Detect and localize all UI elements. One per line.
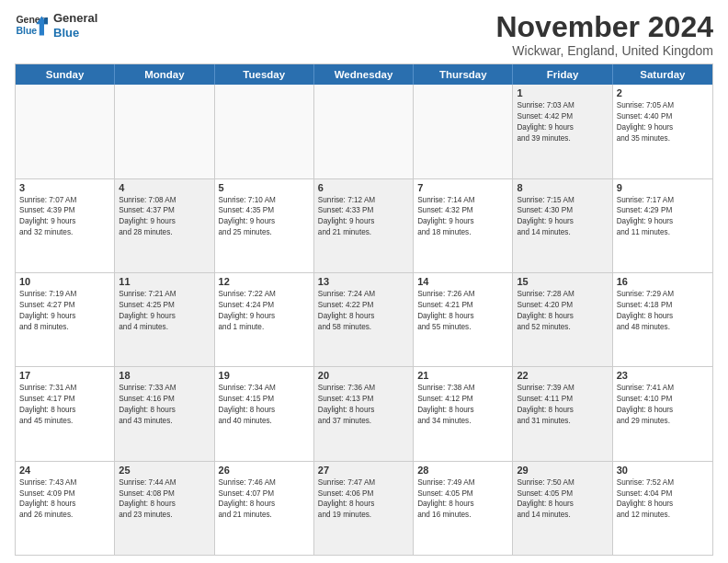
day-number: 11: [119, 276, 210, 287]
calendar-cell: 30Sunrise: 7:52 AM Sunset: 4:04 PM Dayli…: [613, 462, 712, 555]
day-number: 23: [617, 370, 709, 381]
weekday-header-tuesday: Tuesday: [215, 64, 314, 85]
day-info: Sunrise: 7:26 AM Sunset: 4:21 PM Dayligh…: [417, 289, 508, 333]
calendar-cell: 7Sunrise: 7:14 AM Sunset: 4:32 PM Daylig…: [414, 179, 513, 272]
day-number: 22: [517, 370, 608, 381]
day-info: Sunrise: 7:05 AM Sunset: 4:40 PM Dayligh…: [617, 100, 709, 144]
day-number: 2: [617, 87, 709, 98]
calendar-cell: 27Sunrise: 7:47 AM Sunset: 4:06 PM Dayli…: [314, 462, 414, 555]
calendar-cell: 24Sunrise: 7:43 AM Sunset: 4:09 PM Dayli…: [16, 462, 115, 555]
day-number: 27: [318, 465, 409, 476]
day-info: Sunrise: 7:28 AM Sunset: 4:20 PM Dayligh…: [517, 289, 608, 333]
calendar-week-5: 24Sunrise: 7:43 AM Sunset: 4:09 PM Dayli…: [16, 462, 712, 555]
calendar-week-4: 17Sunrise: 7:31 AM Sunset: 4:17 PM Dayli…: [16, 367, 712, 461]
calendar-cell: [414, 85, 513, 178]
day-number: 4: [119, 182, 210, 193]
calendar-cell: 13Sunrise: 7:24 AM Sunset: 4:22 PM Dayli…: [314, 273, 414, 366]
calendar-cell: 21Sunrise: 7:38 AM Sunset: 4:12 PM Dayli…: [414, 367, 513, 460]
calendar-week-1: 1Sunrise: 7:03 AM Sunset: 4:42 PM Daylig…: [16, 85, 712, 178]
day-info: Sunrise: 7:46 AM Sunset: 4:07 PM Dayligh…: [219, 477, 310, 522]
day-number: 12: [219, 276, 310, 287]
svg-marker-3: [44, 17, 48, 28]
day-number: 26: [219, 465, 310, 476]
page-header: General Blue General Blue November 2024 …: [15, 11, 713, 58]
calendar-cell: 14Sunrise: 7:26 AM Sunset: 4:21 PM Dayli…: [414, 273, 513, 366]
day-number: 25: [119, 465, 210, 476]
day-info: Sunrise: 7:15 AM Sunset: 4:30 PM Dayligh…: [517, 195, 608, 239]
day-number: 10: [19, 276, 110, 287]
calendar-cell: 3Sunrise: 7:07 AM Sunset: 4:39 PM Daylig…: [16, 179, 115, 272]
title-block: November 2024 Wickwar, England, United K…: [495, 11, 713, 58]
month-title: November 2024: [495, 11, 713, 43]
calendar-cell: 23Sunrise: 7:41 AM Sunset: 4:10 PM Dayli…: [613, 367, 712, 460]
weekday-header-saturday: Saturday: [613, 64, 712, 85]
day-info: Sunrise: 7:12 AM Sunset: 4:33 PM Dayligh…: [318, 195, 409, 239]
day-number: 1: [517, 87, 608, 98]
calendar-cell: 22Sunrise: 7:39 AM Sunset: 4:11 PM Dayli…: [513, 367, 612, 460]
calendar-cell: 18Sunrise: 7:33 AM Sunset: 4:16 PM Dayli…: [115, 367, 214, 460]
calendar-cell: 6Sunrise: 7:12 AM Sunset: 4:33 PM Daylig…: [314, 179, 414, 272]
logo-line2: Blue: [53, 26, 97, 40]
day-info: Sunrise: 7:24 AM Sunset: 4:22 PM Dayligh…: [318, 289, 409, 333]
calendar-cell: 11Sunrise: 7:21 AM Sunset: 4:25 PM Dayli…: [115, 273, 214, 366]
weekday-header-monday: Monday: [115, 64, 214, 85]
calendar: SundayMondayTuesdayWednesdayThursdayFrid…: [15, 63, 713, 556]
day-number: 13: [318, 276, 409, 287]
day-info: Sunrise: 7:14 AM Sunset: 4:32 PM Dayligh…: [417, 195, 508, 239]
day-number: 19: [219, 370, 310, 381]
weekday-header-wednesday: Wednesday: [314, 64, 414, 85]
logo-icon: General Blue: [15, 13, 48, 39]
logo: General Blue General Blue: [15, 11, 97, 40]
day-info: Sunrise: 7:34 AM Sunset: 4:15 PM Dayligh…: [219, 383, 310, 427]
day-info: Sunrise: 7:29 AM Sunset: 4:18 PM Dayligh…: [617, 289, 709, 333]
day-info: Sunrise: 7:07 AM Sunset: 4:39 PM Dayligh…: [19, 195, 110, 239]
calendar-cell: [115, 85, 214, 178]
day-number: 24: [19, 465, 110, 476]
weekday-header-sunday: Sunday: [16, 64, 115, 85]
location: Wickwar, England, United Kingdom: [495, 43, 713, 58]
logo-line1: General: [53, 11, 97, 26]
calendar-header: SundayMondayTuesdayWednesdayThursdayFrid…: [16, 64, 712, 85]
calendar-cell: 28Sunrise: 7:49 AM Sunset: 4:05 PM Dayli…: [414, 462, 513, 555]
weekday-header-thursday: Thursday: [414, 64, 513, 85]
calendar-cell: 12Sunrise: 7:22 AM Sunset: 4:24 PM Dayli…: [215, 273, 314, 366]
day-info: Sunrise: 7:17 AM Sunset: 4:29 PM Dayligh…: [617, 195, 709, 239]
calendar-cell: 8Sunrise: 7:15 AM Sunset: 4:30 PM Daylig…: [513, 179, 612, 272]
day-info: Sunrise: 7:36 AM Sunset: 4:13 PM Dayligh…: [318, 383, 409, 427]
calendar-cell: 10Sunrise: 7:19 AM Sunset: 4:27 PM Dayli…: [16, 273, 115, 366]
calendar-cell: 1Sunrise: 7:03 AM Sunset: 4:42 PM Daylig…: [513, 85, 612, 178]
day-info: Sunrise: 7:39 AM Sunset: 4:11 PM Dayligh…: [517, 383, 608, 427]
day-number: 8: [517, 182, 608, 193]
day-number: 20: [318, 370, 409, 381]
day-number: 5: [219, 182, 310, 193]
day-info: Sunrise: 7:43 AM Sunset: 4:09 PM Dayligh…: [19, 477, 110, 522]
day-info: Sunrise: 7:52 AM Sunset: 4:04 PM Dayligh…: [617, 477, 709, 522]
calendar-cell: [215, 85, 314, 178]
day-number: 18: [119, 370, 210, 381]
day-number: 3: [19, 182, 110, 193]
calendar-cell: [314, 85, 414, 178]
calendar-cell: 9Sunrise: 7:17 AM Sunset: 4:29 PM Daylig…: [613, 179, 712, 272]
calendar-cell: 4Sunrise: 7:08 AM Sunset: 4:37 PM Daylig…: [115, 179, 214, 272]
day-info: Sunrise: 7:19 AM Sunset: 4:27 PM Dayligh…: [19, 289, 110, 333]
day-number: 28: [417, 465, 508, 476]
calendar-cell: 26Sunrise: 7:46 AM Sunset: 4:07 PM Dayli…: [215, 462, 314, 555]
day-number: 16: [617, 276, 709, 287]
day-info: Sunrise: 7:03 AM Sunset: 4:42 PM Dayligh…: [517, 100, 608, 144]
weekday-header-friday: Friday: [513, 64, 612, 85]
calendar-body: 1Sunrise: 7:03 AM Sunset: 4:42 PM Daylig…: [16, 85, 712, 555]
day-info: Sunrise: 7:33 AM Sunset: 4:16 PM Dayligh…: [119, 383, 210, 427]
calendar-cell: [16, 85, 115, 178]
calendar-cell: 16Sunrise: 7:29 AM Sunset: 4:18 PM Dayli…: [613, 273, 712, 366]
calendar-cell: 25Sunrise: 7:44 AM Sunset: 4:08 PM Dayli…: [115, 462, 214, 555]
day-info: Sunrise: 7:31 AM Sunset: 4:17 PM Dayligh…: [19, 383, 110, 427]
svg-text:Blue: Blue: [16, 24, 37, 35]
calendar-cell: 5Sunrise: 7:10 AM Sunset: 4:35 PM Daylig…: [215, 179, 314, 272]
calendar-cell: 17Sunrise: 7:31 AM Sunset: 4:17 PM Dayli…: [16, 367, 115, 460]
day-number: 30: [617, 465, 709, 476]
day-number: 21: [417, 370, 508, 381]
day-info: Sunrise: 7:50 AM Sunset: 4:05 PM Dayligh…: [517, 477, 608, 522]
calendar-cell: 20Sunrise: 7:36 AM Sunset: 4:13 PM Dayli…: [314, 367, 414, 460]
calendar-week-2: 3Sunrise: 7:07 AM Sunset: 4:39 PM Daylig…: [16, 179, 712, 273]
day-number: 14: [417, 276, 508, 287]
